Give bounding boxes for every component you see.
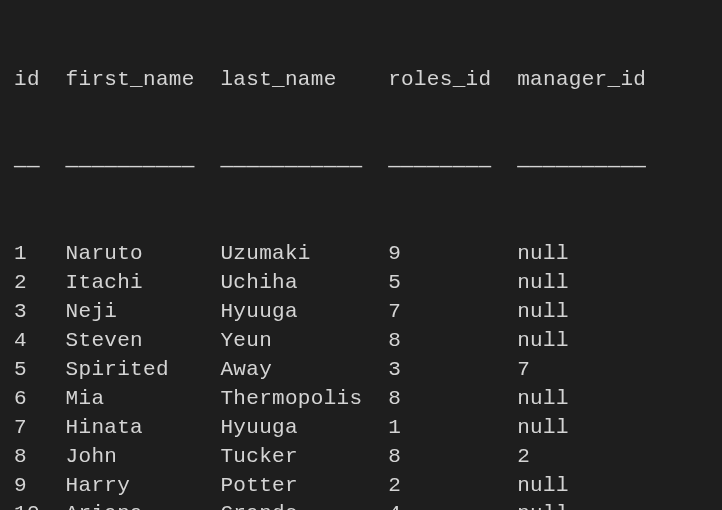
table-row: 9 Harry Potter 2 null <box>14 472 708 501</box>
table-row: 4 Steven Yeun 8 null <box>14 327 708 356</box>
table-row: 1 Naruto Uzumaki 9 null <box>14 240 708 269</box>
terminal-table-output: id first_name last_name roles_id manager… <box>14 8 708 510</box>
table-row: 6 Mia Thermopolis 8 null <box>14 385 708 414</box>
table-row: 2 Itachi Uchiha 5 null <box>14 269 708 298</box>
table-header-row: id first_name last_name roles_id manager… <box>14 66 708 95</box>
table-separator-row: —— —————————— ——————————— ———————— —————… <box>14 153 708 182</box>
table-row: 3 Neji Hyuuga 7 null <box>14 298 708 327</box>
table-row: 5 Spirited Away 3 7 <box>14 356 708 385</box>
table-row: 7 Hinata Hyuuga 1 null <box>14 414 708 443</box>
table-rows-container: 1 Naruto Uzumaki 9 null2 Itachi Uchiha 5… <box>14 240 708 510</box>
table-row: 10 Ariana Grande 4 null <box>14 500 708 510</box>
table-row: 8 John Tucker 8 2 <box>14 443 708 472</box>
